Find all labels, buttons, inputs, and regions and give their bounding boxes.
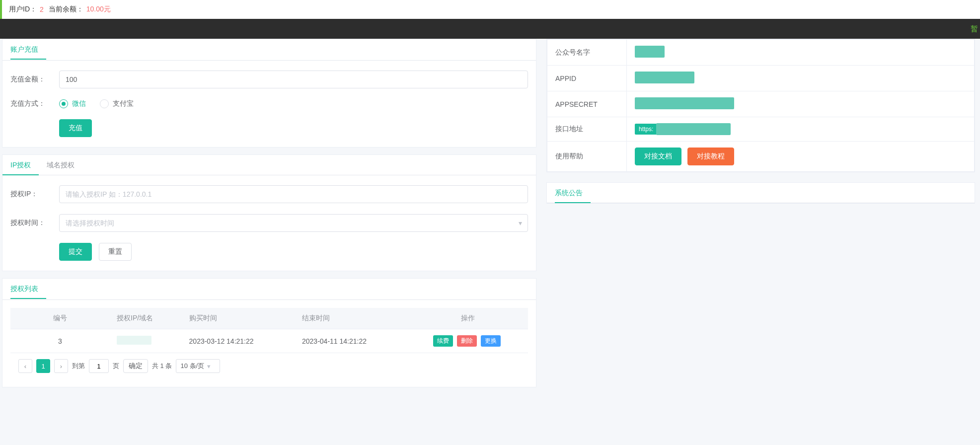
info-help-label: 使用帮助 <box>547 142 627 172</box>
goto-page-input[interactable] <box>89 359 109 373</box>
replace-button[interactable]: 更换 <box>481 335 501 347</box>
tab-ip-auth[interactable]: IP授权 <box>2 155 39 175</box>
radio-icon <box>59 99 68 108</box>
auth-card: IP授权 域名授权 授权IP： 授权时间： ▾ <box>2 154 536 271</box>
info-name-label: 公众号名字 <box>547 40 627 66</box>
col-buy: 购买时间 <box>182 308 295 329</box>
info-appid-value <box>627 66 975 91</box>
masked-value <box>635 72 694 83</box>
marquee-bar: 暂 <box>0 19 980 39</box>
info-appid-label: APPID <box>547 66 627 91</box>
info-api-value: https: <box>627 117 975 142</box>
balance-value: 10.00元 <box>86 5 111 14</box>
masked-value <box>635 46 665 58</box>
auth-reset-button[interactable]: 重置 <box>99 243 132 261</box>
masked-value <box>635 97 734 109</box>
auth-time-label: 授权时间： <box>10 219 59 227</box>
radio-icon <box>100 99 109 108</box>
goto-confirm-button[interactable]: 确定 <box>123 359 148 373</box>
radio-alipay-label: 支付宝 <box>113 99 134 108</box>
cell-end: 2023-04-11 14:21:22 <box>295 329 408 353</box>
recharge-title: 账户充值 <box>2 39 46 60</box>
col-end: 结束时间 <box>295 308 408 329</box>
amount-label: 充值金额： <box>10 75 59 84</box>
prev-page-button[interactable]: ‹ <box>18 359 32 373</box>
radio-wechat-label: 微信 <box>72 99 86 108</box>
info-table: 公众号名字 APPID APPSECRET 接口地址 https: <box>547 39 975 172</box>
top-bar: 用户ID： 2 当前余额： 10.00元 <box>0 0 980 19</box>
recharge-card: 账户充值 充值金额： 充值方式： 微信 <box>2 39 536 148</box>
goto-label: 到第 <box>72 362 85 371</box>
amount-input[interactable] <box>59 71 528 88</box>
radio-alipay[interactable]: 支付宝 <box>100 99 134 108</box>
delete-button[interactable]: 删除 <box>457 335 477 347</box>
marquee-text: 暂 <box>971 24 978 34</box>
tab-domain-auth[interactable]: 域名授权 <box>39 155 82 175</box>
chevron-down-icon: ▾ <box>207 363 211 370</box>
table-row: 3 2023-03-12 14:21:22 2023-04-11 14:21:2… <box>10 329 528 353</box>
user-id-value: 2 <box>40 5 44 13</box>
method-label: 充值方式： <box>10 99 59 108</box>
info-name-value <box>627 40 975 66</box>
recharge-button[interactable]: 充值 <box>59 119 92 137</box>
api-prefix: https: <box>635 124 657 135</box>
masked-value <box>117 336 151 345</box>
doc-button[interactable]: 对接文档 <box>635 148 681 165</box>
cell-buy: 2023-03-12 14:21:22 <box>182 329 295 353</box>
col-target: 授权IP/域名 <box>110 308 182 329</box>
auth-list-title: 授权列表 <box>2 279 46 299</box>
info-secret-label: APPSECRET <box>547 91 627 117</box>
account-info-card: 公众号名字 APPID APPSECRET 接口地址 https: <box>546 39 975 172</box>
cell-target <box>110 329 182 353</box>
renew-button[interactable]: 续费 <box>433 335 453 347</box>
auth-tabs: IP授权 域名授权 <box>2 155 536 175</box>
auth-ip-label: 授权IP： <box>10 190 59 199</box>
total-count: 共 1 条 <box>152 362 172 371</box>
page-unit: 页 <box>113 362 119 371</box>
radio-wechat[interactable]: 微信 <box>59 99 86 108</box>
user-id-label: 用户ID： <box>9 5 37 14</box>
info-api-label: 接口地址 <box>547 117 627 142</box>
cell-id: 3 <box>10 329 110 353</box>
next-page-button[interactable]: › <box>54 359 68 373</box>
tutorial-button[interactable]: 对接教程 <box>687 148 734 165</box>
col-id: 编号 <box>10 308 110 329</box>
col-actions: 操作 <box>408 308 528 329</box>
auth-submit-button[interactable]: 提交 <box>59 243 92 261</box>
pagination: ‹ 1 › 到第 页 确定 共 1 条 10 条/页 ▾ <box>10 353 528 379</box>
page-size-select[interactable]: 10 条/页 ▾ <box>176 359 220 373</box>
page-1-button[interactable]: 1 <box>36 359 50 373</box>
auth-table: 编号 授权IP/域名 购买时间 结束时间 操作 3 2023-03-12 14:… <box>10 308 528 353</box>
notice-card: 系统公告 <box>546 182 975 204</box>
info-secret-value <box>627 91 975 117</box>
auth-time-select[interactable] <box>59 214 528 232</box>
masked-value <box>656 123 731 135</box>
auth-list-card: 授权列表 编号 授权IP/域名 购买时间 结束时间 操作 <box>2 278 536 387</box>
auth-ip-input[interactable] <box>59 185 528 203</box>
cell-actions: 续费 删除 更换 <box>408 329 528 353</box>
notice-title: 系统公告 <box>547 183 591 203</box>
balance-label: 当前余额： <box>49 5 83 14</box>
